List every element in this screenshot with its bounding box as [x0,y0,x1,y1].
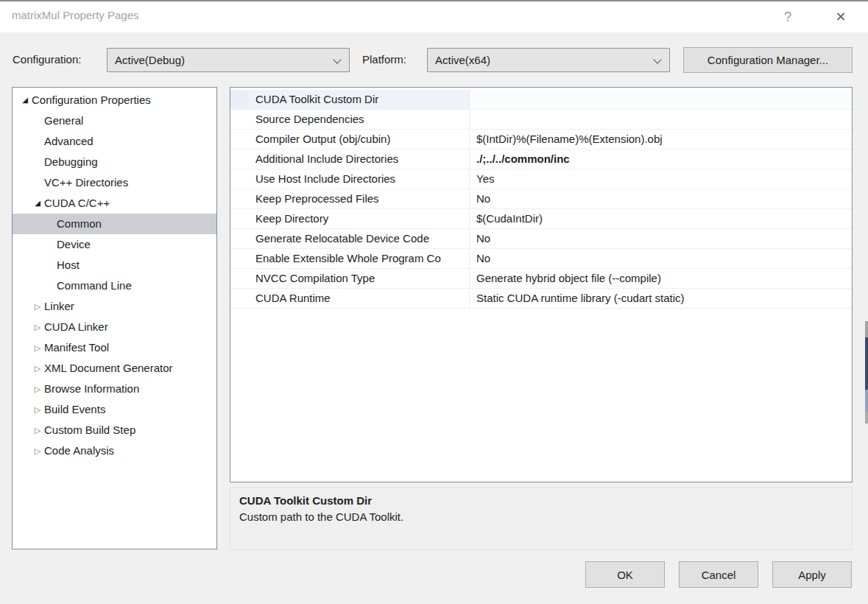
tree-item-label: CUDA Linker [44,317,108,337]
tree-item-label: Browse Information [44,379,139,399]
property-value[interactable]: No [470,249,852,268]
tree-collapsed-icon[interactable]: ▷ [31,379,44,399]
tree-collapsed-icon[interactable]: ▷ [31,358,44,379]
property-row-gutter [230,169,249,189]
tree-item-label: General [44,110,83,131]
property-row-gutter [230,229,249,248]
property-value[interactable]: No [470,229,852,248]
tree-item-label: Host [57,255,80,275]
sidebar-item-browse-information[interactable]: ▷Browse Information [13,379,216,399]
sidebar-item-build-events[interactable]: ▷Build Events [13,399,216,420]
tree-item-label: Advanced [44,131,93,152]
sidebar-item-linker[interactable]: ▷Linker [13,296,216,317]
sidebar-item-cuda-c-c[interactable]: ◢CUDA C/C++ [13,193,216,214]
sidebar-item-command-line[interactable]: Command Line [13,275,216,296]
platform-dropdown-value: Active(x64) [435,54,490,66]
configuration-manager-button[interactable]: Configuration Manager... [683,47,853,73]
property-name: CUDA Toolkit Custom Dir [249,90,470,109]
property-row-cuda-toolkit-custom-dir[interactable]: CUDA Toolkit Custom Dir [230,90,852,110]
platform-label: Platform: [362,53,406,66]
titlebar: matrixMul Property Pages ? ✕ [0,1,868,32]
tree-collapsed-icon[interactable]: ▷ [31,440,44,461]
property-row-keep-directory[interactable]: Keep Directory$(CudaIntDir) [230,209,852,229]
tree-item-label: Configuration Properties [32,90,151,110]
property-name: Compiler Output (obj/cubin) [249,130,470,149]
property-row-source-dependencies[interactable]: Source Dependencies [230,110,852,130]
property-name: Generate Relocatable Device Code [249,229,470,248]
tree-collapsed-icon[interactable]: ▷ [31,399,44,420]
sidebar-item-host[interactable]: Host [13,255,216,275]
property-row-compiler-output-obj-cubin[interactable]: Compiler Output (obj/cubin)$(IntDir)%(Fi… [230,130,852,150]
property-value[interactable] [470,110,852,129]
property-name: Keep Preprocessed Files [249,189,470,208]
property-row-gutter [230,249,249,268]
close-icon[interactable]: ✕ [828,6,854,28]
tree-item-label: Debugging [44,152,98,172]
tree-item-label: Linker [44,296,74,317]
property-row-enable-extensible-whole-program-co[interactable]: Enable Extensible Whole Program CoNo [230,249,852,269]
sidebar-item-advanced[interactable]: Advanced [13,131,216,152]
ok-button[interactable]: OK [585,561,665,588]
sidebar-item-debugging[interactable]: Debugging [13,152,216,172]
sidebar-item-vc-directories[interactable]: VC++ Directories [13,172,216,193]
configuration-dropdown[interactable]: Active(Debug) [107,48,350,72]
chevron-down-icon [653,55,661,63]
property-value[interactable]: Generate hybrid object file (--compile) [470,269,852,288]
tree-collapsed-icon[interactable]: ▷ [31,337,44,358]
tree-expanded-icon[interactable]: ◢ [31,193,44,214]
background-window-sliver [865,412,868,424]
tree-item-label: Build Events [44,399,105,420]
property-row-cuda-runtime[interactable]: CUDA RuntimeStatic CUDA runtime library … [230,289,852,309]
sidebar-item-manifest-tool[interactable]: ▷Manifest Tool [13,337,216,358]
tree-collapsed-icon[interactable]: ▷ [31,420,44,440]
property-row-generate-relocatable-device-code[interactable]: Generate Relocatable Device CodeNo [230,229,852,249]
property-value[interactable]: ./;../../common/inc [470,150,852,169]
tree-item-label: Custom Build Step [44,420,135,440]
configuration-tree: ◢Configuration PropertiesGeneralAdvanced… [12,87,217,549]
sidebar-item-common[interactable]: Common [13,214,216,234]
sidebar-item-xml-document-generator[interactable]: ▷XML Document Generator [13,358,216,379]
property-value[interactable]: No [470,189,852,208]
property-row-nvcc-compilation-type[interactable]: NVCC Compilation TypeGenerate hybrid obj… [230,269,852,289]
property-value[interactable]: Yes [470,169,852,189]
tree-item-label: CUDA C/C++ [44,193,110,214]
background-window-sliver [865,321,868,337]
property-row-gutter [230,130,249,149]
property-grid: CUDA Toolkit Custom DirSource Dependenci… [230,87,853,482]
sidebar-item-general[interactable]: General [13,110,216,131]
property-value[interactable] [470,90,852,109]
background-window-sliver [865,337,868,390]
platform-dropdown[interactable]: Active(x64) [427,48,670,72]
apply-button[interactable]: Apply [772,561,852,588]
property-row-gutter [230,209,249,228]
sidebar-item-custom-build-step[interactable]: ▷Custom Build Step [13,420,216,440]
tree-item-label: Common [57,214,102,234]
background-window-sliver [865,390,868,412]
tree-expanded-icon[interactable]: ◢ [18,90,32,110]
sidebar-item-configuration-properties[interactable]: ◢Configuration Properties [13,90,216,110]
property-row-additional-include-directories[interactable]: Additional Include Directories./;../../c… [230,150,852,169]
property-row-gutter [230,90,249,109]
property-row-gutter [230,150,249,169]
tree-collapsed-icon[interactable]: ▷ [31,296,44,317]
tree-item-label: Command Line [57,275,132,296]
property-value[interactable]: $(IntDir)%(Filename)%(Extension).obj [470,130,852,149]
property-name: Enable Extensible Whole Program Co [249,249,470,268]
property-row-gutter [230,269,249,288]
property-value[interactable]: $(CudaIntDir) [470,209,852,228]
sidebar-item-code-analysis[interactable]: ▷Code Analysis [13,440,216,461]
property-row-keep-preprocessed-files[interactable]: Keep Preprocessed FilesNo [230,189,852,209]
configuration-label: Configuration: [13,53,81,66]
sidebar-item-device[interactable]: Device [13,234,216,255]
sidebar-item-cuda-linker[interactable]: ▷CUDA Linker [13,317,216,337]
tree-collapsed-icon[interactable]: ▷ [31,317,44,337]
cancel-button[interactable]: Cancel [679,561,758,588]
help-icon[interactable]: ? [775,6,801,28]
tree-item-label: Code Analysis [44,440,114,461]
configuration-dropdown-value: Active(Debug) [115,54,185,66]
property-value[interactable]: Static CUDA runtime library (-cudart sta… [470,289,852,308]
window-title: matrixMul Property Pages [12,9,139,21]
property-name: NVCC Compilation Type [249,269,470,288]
property-row-gutter [230,189,249,208]
property-row-use-host-include-directories[interactable]: Use Host Include DirectoriesYes [230,169,852,189]
